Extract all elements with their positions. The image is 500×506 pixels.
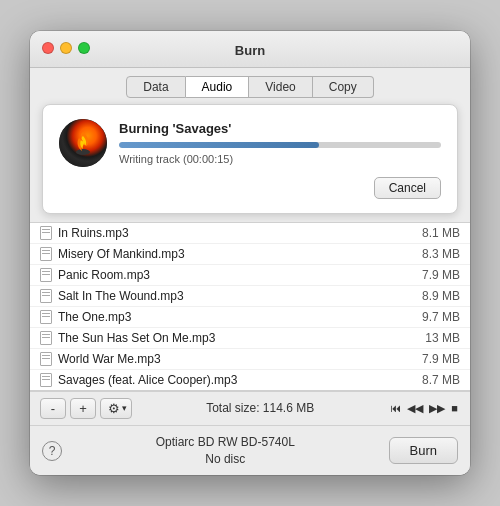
table-row[interactable]: Panic Room.mp3 7.9 MB [30, 265, 470, 286]
svg-point-0 [76, 149, 90, 155]
table-row[interactable]: The Sun Has Set On Me.mp3 13 MB [30, 328, 470, 349]
file-name: Savages (feat. Alice Cooper).mp3 [58, 373, 414, 387]
stop-icon[interactable]: ■ [449, 402, 460, 414]
file-size: 8.7 MB [422, 373, 460, 387]
audio-file-icon [40, 268, 52, 282]
total-size-label: Total size: 114.6 MB [136, 401, 384, 415]
chevron-down-icon: ▾ [122, 403, 127, 413]
audio-file-icon [40, 226, 52, 240]
title-bar: Burn [30, 31, 470, 68]
tab-bar: Data Audio Video Copy [30, 68, 470, 104]
file-size: 7.9 MB [422, 268, 460, 282]
file-name: The Sun Has Set On Me.mp3 [58, 331, 417, 345]
audio-file-icon [40, 373, 52, 387]
file-size: 8.3 MB [422, 247, 460, 261]
progress-status: Writing track (00:00:15) [119, 153, 441, 165]
minimize-button[interactable] [60, 42, 72, 54]
rewind-icon[interactable]: ◀◀ [405, 402, 425, 415]
fast-forward-icon[interactable]: ▶▶ [427, 402, 447, 415]
table-row[interactable]: In Ruins.mp3 8.1 MB [30, 223, 470, 244]
drive-name: Optiarc BD RW BD-5740L [62, 434, 389, 451]
audio-file-icon [40, 352, 52, 366]
progress-bar-track [119, 142, 441, 148]
table-row[interactable]: Salt In The Wound.mp3 8.9 MB [30, 286, 470, 307]
bottom-toolbar: - + ⚙ ▾ Total size: 114.6 MB ⏮ ◀◀ ▶▶ ■ [30, 391, 470, 425]
disc-icon [59, 119, 107, 167]
table-row[interactable]: Savages (feat. Alice Cooper).mp3 8.7 MB [30, 370, 470, 390]
help-icon: ? [49, 444, 56, 458]
traffic-lights [42, 42, 90, 54]
file-name: Panic Room.mp3 [58, 268, 414, 282]
drive-status: No disc [62, 451, 389, 468]
progress-info: Burning 'Savages' Writing track (00:00:1… [119, 121, 441, 165]
settings-button[interactable]: ⚙ ▾ [100, 398, 132, 419]
transport-controls: ⏮ ◀◀ ▶▶ ■ [388, 402, 460, 415]
gear-icon: ⚙ [108, 401, 120, 416]
file-name: In Ruins.mp3 [58, 226, 414, 240]
tab-audio[interactable]: Audio [186, 76, 250, 98]
tab-video[interactable]: Video [249, 76, 312, 98]
table-row[interactable]: World War Me.mp3 7.9 MB [30, 349, 470, 370]
file-size: 9.7 MB [422, 310, 460, 324]
file-list: In Ruins.mp3 8.1 MB Misery Of Mankind.mp… [30, 222, 470, 391]
file-size: 7.9 MB [422, 352, 460, 366]
file-name: World War Me.mp3 [58, 352, 414, 366]
progress-dialog: Burning 'Savages' Writing track (00:00:1… [42, 104, 458, 214]
tab-data[interactable]: Data [126, 76, 185, 98]
progress-bar-fill [119, 142, 319, 148]
flame-icon [72, 130, 94, 156]
burning-title: Burning 'Savages' [119, 121, 441, 136]
file-name: Salt In The Wound.mp3 [58, 289, 414, 303]
skip-back-icon[interactable]: ⏮ [388, 402, 403, 414]
audio-file-icon [40, 289, 52, 303]
audio-file-icon [40, 310, 52, 324]
table-row[interactable]: The One.mp3 9.7 MB [30, 307, 470, 328]
file-name: Misery Of Mankind.mp3 [58, 247, 414, 261]
drive-bar: ? Optiarc BD RW BD-5740L No disc Burn [30, 425, 470, 476]
table-row[interactable]: Misery Of Mankind.mp3 8.3 MB [30, 244, 470, 265]
file-size: 8.9 MB [422, 289, 460, 303]
file-size: 13 MB [425, 331, 460, 345]
help-button[interactable]: ? [42, 441, 62, 461]
add-button[interactable]: + [70, 398, 96, 419]
remove-button[interactable]: - [40, 398, 66, 419]
cancel-button[interactable]: Cancel [374, 177, 441, 199]
audio-file-icon [40, 247, 52, 261]
window-title: Burn [235, 43, 265, 58]
progress-header: Burning 'Savages' Writing track (00:00:1… [59, 119, 441, 167]
burn-button[interactable]: Burn [389, 437, 458, 464]
drive-info: Optiarc BD RW BD-5740L No disc [62, 434, 389, 468]
file-name: The One.mp3 [58, 310, 414, 324]
tab-copy[interactable]: Copy [313, 76, 374, 98]
maximize-button[interactable] [78, 42, 90, 54]
audio-file-icon [40, 331, 52, 345]
file-size: 8.1 MB [422, 226, 460, 240]
main-window: Burn Data Audio Video Copy Burning 'Sava… [30, 31, 470, 476]
close-button[interactable] [42, 42, 54, 54]
